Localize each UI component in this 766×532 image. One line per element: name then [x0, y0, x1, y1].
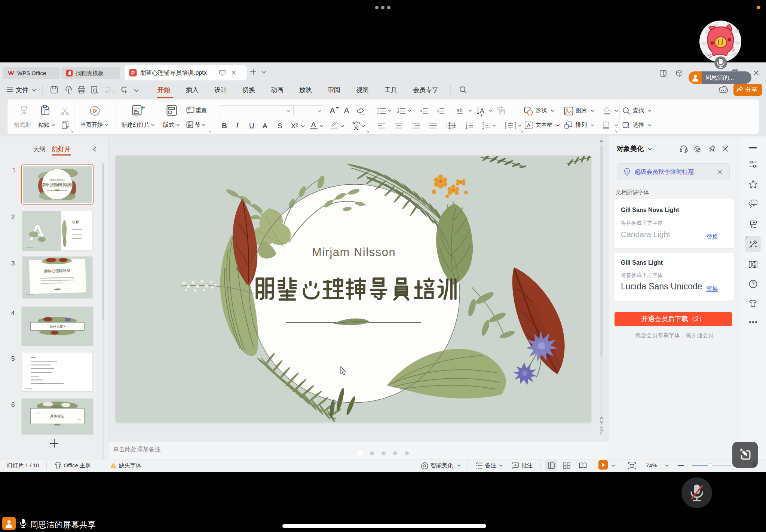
svg-text:””: ””	[76, 418, 81, 422]
svg-text:朋辈心理辅导员: 朋辈心理辅导员	[44, 268, 70, 273]
svg-text:具体做法: 具体做法	[50, 414, 64, 418]
svg-text:做什么呢?: 做什么呢?	[49, 325, 65, 329]
svg-text:A: A	[527, 122, 531, 128]
svg-text:Mirjam Nilsson: Mirjam Nilsson	[50, 179, 64, 181]
svg-text:““: ““	[35, 411, 40, 416]
svg-text:P: P	[131, 70, 135, 76]
svg-text:Mirjam Nilsson: Mirjam Nilsson	[312, 246, 396, 259]
svg-text:A: A	[480, 107, 484, 114]
svg-text:ab: ab	[457, 108, 463, 113]
svg-text:议程: 议程	[72, 220, 79, 224]
svg-text:朋辈心理辅导员培训: 朋辈心理辅导员培训	[42, 183, 73, 187]
